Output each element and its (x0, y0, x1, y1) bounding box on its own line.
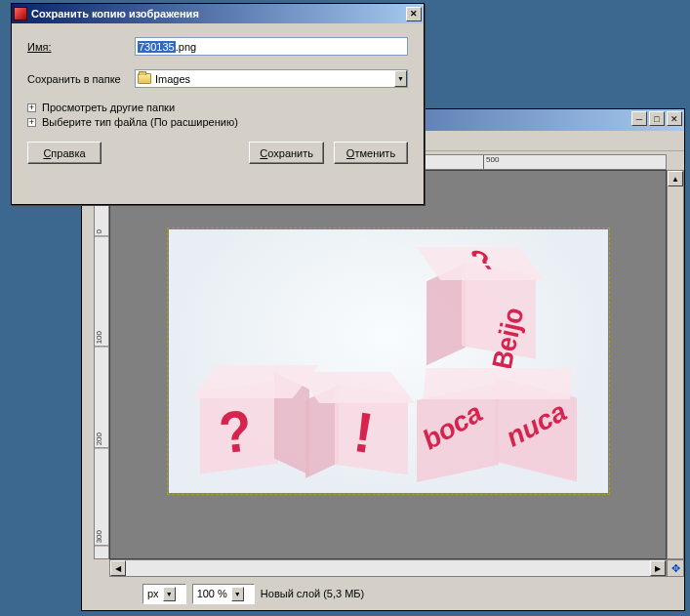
minimize-button[interactable]: ─ (631, 111, 647, 126)
filename-selected: 730135 (138, 41, 176, 53)
dialog-body: Имя: 730135.png Сохранить в папке Images… (12, 23, 424, 170)
dialog-button-row: Справка Сохранить Отменить (27, 142, 408, 164)
folder-combo[interactable]: Images ▼ (135, 69, 408, 88)
navigation-icon[interactable]: ✥ (667, 559, 684, 577)
filename-ext: .png (176, 41, 196, 53)
ruler-tick: 200 (95, 432, 108, 448)
expand-icon: + (27, 103, 36, 112)
help-button[interactable]: Справка (27, 142, 101, 164)
cancel-button[interactable]: Отменить (334, 142, 408, 164)
dropdown-arrow-icon[interactable]: ▼ (394, 70, 407, 87)
zoom-selector[interactable]: 100 % ▼ (192, 584, 255, 604)
layer-status: Новый слой (5,3 МБ) (261, 588, 364, 599)
expand-icon: + (27, 118, 36, 127)
canvas-content: ? ! ? Beijo (169, 229, 608, 493)
scroll-right-button[interactable]: ▶ (650, 560, 666, 576)
unit-value: px (147, 588, 159, 599)
scroll-up-button[interactable]: ▲ (668, 171, 683, 186)
btn-label: охранить (267, 147, 313, 159)
scroll-left-button[interactable]: ◀ (110, 560, 126, 576)
unit-selector[interactable]: px ▼ (142, 584, 186, 604)
save-button[interactable]: Сохранить (249, 142, 324, 164)
dropdown-arrow-icon[interactable]: ▼ (231, 587, 244, 601)
ruler-tick: 0 (95, 229, 108, 236)
canvas-viewport[interactable]: ? ! ? Beijo (109, 170, 667, 559)
expander-filetype[interactable]: + Выберите тип файла (По расширению) (27, 116, 408, 128)
image-canvas[interactable]: ? ! ? Beijo (169, 229, 608, 493)
scrollbar-horizontal[interactable]: ◀ ▶ (109, 559, 667, 577)
btn-label: тменить (354, 147, 395, 159)
filename-input[interactable]: 730135.png (135, 37, 408, 56)
maximize-button[interactable]: □ (649, 111, 665, 126)
folder-label: Сохранить в папке (27, 73, 135, 85)
dialog-title: Сохранить копию изображения (31, 8, 404, 20)
name-label: Имя: (27, 41, 135, 53)
ruler-tick: 300 (95, 530, 108, 546)
folder-icon (138, 73, 151, 84)
scrollbar-vertical[interactable]: ▲ (667, 170, 684, 559)
dice-face-q: ? (216, 396, 255, 467)
ruler-tick: 500 (483, 155, 499, 169)
app-icon (14, 7, 27, 21)
btn-label: правка (51, 147, 85, 159)
ruler-vertical[interactable]: 0 100 200 300 (94, 170, 109, 559)
close-button[interactable]: ✕ (667, 111, 682, 126)
zoom-value: 100 % (197, 588, 227, 599)
dialog-titlebar[interactable]: Сохранить копию изображения ✕ (12, 4, 424, 23)
ruler-tick: 100 (95, 331, 108, 347)
scroll-track[interactable] (126, 560, 650, 576)
save-dialog: Сохранить копию изображения ✕ Имя: 73013… (11, 3, 425, 205)
dropdown-arrow-icon[interactable]: ▼ (163, 587, 176, 601)
expander-label: Выберите тип файла (По расширению) (42, 116, 238, 128)
label-text: Имя: (27, 41, 51, 53)
folder-value: Images (155, 73, 394, 85)
dialog-close-button[interactable]: ✕ (406, 7, 422, 21)
status-bar: px ▼ 100 % ▼ Новый слой (5,3 МБ) (82, 577, 684, 610)
expander-browse[interactable]: + Просмотреть другие папки (27, 102, 408, 113)
expander-label: Просмотреть другие папки (42, 102, 175, 113)
